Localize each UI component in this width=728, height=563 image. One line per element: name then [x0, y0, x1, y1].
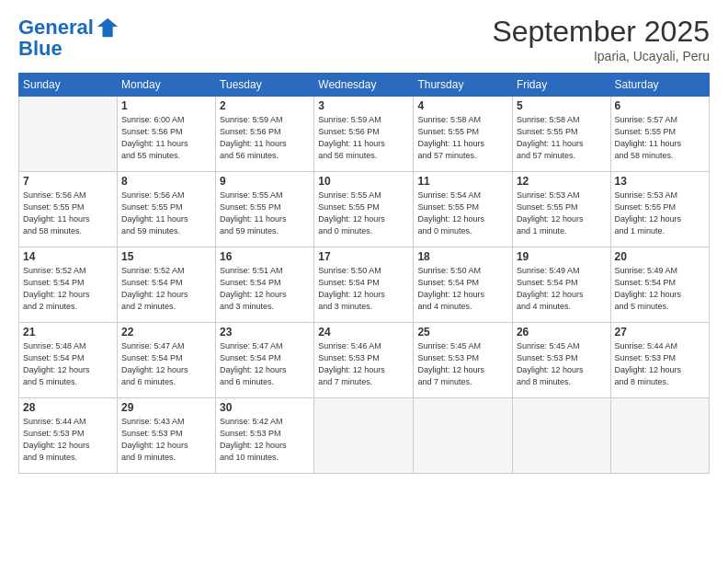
calendar-cell: 15Sunrise: 5:52 AM Sunset: 5:54 PM Dayli…: [117, 247, 215, 323]
day-info: Sunrise: 5:45 AM Sunset: 5:53 PM Dayligh…: [417, 340, 507, 388]
day-number: 1: [121, 99, 211, 112]
col-header-sunday: Sunday: [19, 74, 118, 97]
calendar-cell: 23Sunrise: 5:47 AM Sunset: 5:54 PM Dayli…: [216, 323, 314, 398]
day-info: Sunrise: 5:50 AM Sunset: 5:54 PM Dayligh…: [417, 265, 507, 313]
day-number: 25: [417, 326, 507, 339]
col-header-friday: Friday: [512, 74, 610, 97]
day-info: Sunrise: 5:42 AM Sunset: 5:53 PM Dayligh…: [220, 416, 310, 464]
svg-marker-0: [97, 18, 118, 38]
day-info: Sunrise: 5:59 AM Sunset: 5:56 PM Dayligh…: [220, 114, 310, 162]
day-info: Sunrise: 5:58 AM Sunset: 5:55 PM Dayligh…: [417, 114, 507, 162]
calendar-cell: 25Sunrise: 5:45 AM Sunset: 5:53 PM Dayli…: [414, 323, 512, 398]
logo-text: General: [18, 17, 94, 39]
calendar-cell: [19, 97, 118, 172]
calendar-cell: 27Sunrise: 5:44 AM Sunset: 5:53 PM Dayli…: [610, 323, 709, 398]
day-info: Sunrise: 6:00 AM Sunset: 5:56 PM Dayligh…: [121, 114, 211, 162]
day-info: Sunrise: 5:57 AM Sunset: 5:55 PM Dayligh…: [615, 114, 705, 162]
day-number: 16: [220, 250, 310, 263]
calendar-cell: 4Sunrise: 5:58 AM Sunset: 5:55 PM Daylig…: [414, 97, 512, 172]
day-info: Sunrise: 5:55 AM Sunset: 5:55 PM Dayligh…: [220, 190, 310, 237]
title-block: September 2025 Iparia, Ucayali, Peru: [492, 15, 710, 63]
calendar-cell: 18Sunrise: 5:50 AM Sunset: 5:54 PM Dayli…: [414, 247, 512, 323]
day-info: Sunrise: 5:44 AM Sunset: 5:53 PM Dayligh…: [23, 416, 113, 464]
calendar-cell: 5Sunrise: 5:58 AM Sunset: 5:55 PM Daylig…: [512, 97, 610, 172]
calendar-cell: 30Sunrise: 5:42 AM Sunset: 5:53 PM Dayli…: [216, 398, 314, 474]
calendar-cell: [512, 398, 610, 474]
calendar-table: SundayMondayTuesdayWednesdayThursdayFrid…: [18, 73, 710, 474]
day-info: Sunrise: 5:59 AM Sunset: 5:56 PM Dayligh…: [318, 114, 409, 162]
calendar-cell: 9Sunrise: 5:55 AM Sunset: 5:55 PM Daylig…: [216, 172, 314, 247]
day-number: 22: [121, 326, 211, 339]
day-number: 26: [517, 326, 607, 339]
day-number: 6: [615, 99, 705, 112]
day-number: 12: [517, 175, 607, 188]
day-info: Sunrise: 5:56 AM Sunset: 5:55 PM Dayligh…: [121, 190, 211, 237]
col-header-saturday: Saturday: [610, 74, 709, 97]
calendar-cell: 26Sunrise: 5:45 AM Sunset: 5:53 PM Dayli…: [512, 323, 610, 398]
day-number: 7: [23, 175, 113, 188]
day-info: Sunrise: 5:48 AM Sunset: 5:54 PM Dayligh…: [23, 340, 113, 388]
calendar-cell: 22Sunrise: 5:47 AM Sunset: 5:54 PM Dayli…: [117, 323, 215, 398]
header: General Blue September 2025 Iparia, Ucay…: [18, 15, 710, 63]
day-number: 3: [318, 99, 409, 112]
calendar-cell: 24Sunrise: 5:46 AM Sunset: 5:53 PM Dayli…: [314, 323, 414, 398]
day-number: 24: [318, 326, 409, 339]
day-info: Sunrise: 5:51 AM Sunset: 5:54 PM Dayligh…: [220, 265, 310, 313]
logo-icon: [96, 15, 121, 40]
day-number: 17: [318, 250, 409, 263]
day-info: Sunrise: 5:47 AM Sunset: 5:54 PM Dayligh…: [220, 340, 310, 388]
col-header-thursday: Thursday: [414, 74, 512, 97]
location: Iparia, Ucayali, Peru: [492, 49, 710, 63]
day-number: 9: [220, 175, 310, 188]
day-number: 20: [615, 250, 705, 263]
calendar-cell: 20Sunrise: 5:49 AM Sunset: 5:54 PM Dayli…: [610, 247, 709, 323]
day-info: Sunrise: 5:55 AM Sunset: 5:55 PM Dayligh…: [318, 190, 409, 237]
calendar-cell: 3Sunrise: 5:59 AM Sunset: 5:56 PM Daylig…: [314, 97, 414, 172]
day-number: 5: [517, 99, 607, 112]
calendar-cell: 29Sunrise: 5:43 AM Sunset: 5:53 PM Dayli…: [117, 398, 215, 474]
calendar-cell: 12Sunrise: 5:53 AM Sunset: 5:55 PM Dayli…: [512, 172, 610, 247]
day-number: 13: [615, 175, 705, 188]
calendar-cell: 1Sunrise: 6:00 AM Sunset: 5:56 PM Daylig…: [117, 97, 215, 172]
day-info: Sunrise: 5:44 AM Sunset: 5:53 PM Dayligh…: [615, 340, 705, 388]
calendar-cell: [610, 398, 709, 474]
day-number: 15: [121, 250, 211, 263]
logo: General Blue: [18, 15, 121, 61]
calendar-cell: 14Sunrise: 5:52 AM Sunset: 5:54 PM Dayli…: [19, 247, 118, 323]
calendar-cell: [314, 398, 414, 474]
day-info: Sunrise: 5:54 AM Sunset: 5:55 PM Dayligh…: [417, 190, 507, 237]
day-info: Sunrise: 5:47 AM Sunset: 5:54 PM Dayligh…: [121, 340, 211, 388]
day-number: 18: [417, 250, 507, 263]
day-info: Sunrise: 5:46 AM Sunset: 5:53 PM Dayligh…: [318, 340, 409, 388]
day-number: 11: [417, 175, 507, 188]
day-number: 14: [23, 250, 113, 263]
day-info: Sunrise: 5:52 AM Sunset: 5:54 PM Dayligh…: [121, 265, 211, 313]
calendar-cell: 10Sunrise: 5:55 AM Sunset: 5:55 PM Dayli…: [314, 172, 414, 247]
day-number: 4: [417, 99, 507, 112]
day-info: Sunrise: 5:49 AM Sunset: 5:54 PM Dayligh…: [517, 265, 607, 313]
calendar-cell: 11Sunrise: 5:54 AM Sunset: 5:55 PM Dayli…: [414, 172, 512, 247]
day-number: 19: [517, 250, 607, 263]
day-number: 28: [23, 401, 113, 414]
calendar-cell: 13Sunrise: 5:53 AM Sunset: 5:55 PM Dayli…: [610, 172, 709, 247]
calendar-cell: 2Sunrise: 5:59 AM Sunset: 5:56 PM Daylig…: [216, 97, 314, 172]
calendar-cell: 8Sunrise: 5:56 AM Sunset: 5:55 PM Daylig…: [117, 172, 215, 247]
day-info: Sunrise: 5:45 AM Sunset: 5:53 PM Dayligh…: [517, 340, 607, 388]
day-number: 8: [121, 175, 211, 188]
calendar-cell: 28Sunrise: 5:44 AM Sunset: 5:53 PM Dayli…: [19, 398, 118, 474]
month-title: September 2025: [492, 15, 710, 49]
day-info: Sunrise: 5:50 AM Sunset: 5:54 PM Dayligh…: [318, 265, 409, 313]
day-number: 29: [121, 401, 211, 414]
day-number: 2: [220, 99, 310, 112]
calendar-cell: 21Sunrise: 5:48 AM Sunset: 5:54 PM Dayli…: [19, 323, 118, 398]
day-info: Sunrise: 5:56 AM Sunset: 5:55 PM Dayligh…: [23, 190, 113, 237]
col-header-tuesday: Tuesday: [216, 74, 314, 97]
day-number: 27: [615, 326, 705, 339]
day-info: Sunrise: 5:53 AM Sunset: 5:55 PM Dayligh…: [517, 190, 607, 237]
calendar-cell: 7Sunrise: 5:56 AM Sunset: 5:55 PM Daylig…: [19, 172, 118, 247]
calendar-cell: 17Sunrise: 5:50 AM Sunset: 5:54 PM Dayli…: [314, 247, 414, 323]
day-number: 10: [318, 175, 409, 188]
day-info: Sunrise: 5:49 AM Sunset: 5:54 PM Dayligh…: [615, 265, 705, 313]
day-info: Sunrise: 5:43 AM Sunset: 5:53 PM Dayligh…: [121, 416, 211, 464]
day-number: 23: [220, 326, 310, 339]
